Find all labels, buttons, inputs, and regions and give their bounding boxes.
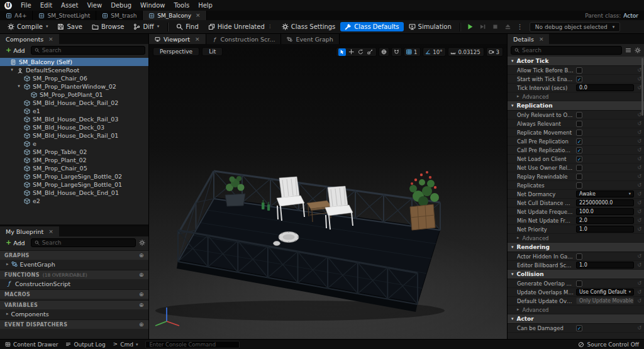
reset-to-default-icon[interactable]: ↺ xyxy=(635,113,641,118)
surface-snap-icon[interactable] xyxy=(394,49,399,55)
diff-button[interactable]: Diff▾ xyxy=(129,22,164,31)
checkbox[interactable]: ✓ xyxy=(576,156,582,162)
component-row-sm-prop-chair-05[interactable]: SM_Prop_Chair_05 xyxy=(0,164,148,172)
play-button[interactable] xyxy=(464,22,476,31)
my-blueprint-search-input[interactable] xyxy=(42,240,132,246)
reset-to-default-icon[interactable]: ↺ xyxy=(635,201,641,206)
component-row-sm-bld-house-deck-rail-01[interactable]: SM_Bld_House_Deck_Rail_01 xyxy=(0,131,148,140)
browse-button[interactable]: Browse xyxy=(87,22,128,31)
view-options-icon[interactable] xyxy=(625,47,631,53)
class-defaults-button[interactable]: Class Defaults xyxy=(340,22,403,31)
asset-tab-a4[interactable]: A4+ xyxy=(0,11,33,20)
play-options-button[interactable]: ⋮ xyxy=(514,23,526,31)
reset-to-default-icon[interactable]: ↺ xyxy=(635,174,641,179)
section-macros[interactable]: MACROS⊕ xyxy=(0,289,148,299)
tab-components[interactable]: Components × xyxy=(0,34,59,44)
reset-to-default-icon[interactable]: ↺ xyxy=(635,263,641,268)
component-row-sm-balcony-self[interactable]: SM_Balcony (Self) xyxy=(0,58,148,66)
component-row-sm-prop-largesign-bottle-01[interactable]: SM_Prop_LargeSign_Bottle_01 xyxy=(0,180,148,189)
menu-view[interactable]: View xyxy=(82,0,106,11)
checkbox[interactable] xyxy=(576,174,582,180)
output-log-button[interactable]: Output Log xyxy=(65,341,105,348)
checkbox[interactable]: ✓ xyxy=(576,147,582,153)
advanced-expander[interactable]: ▸Advanced xyxy=(508,234,644,243)
dropdown[interactable]: Use Config Default▾ xyxy=(576,289,634,296)
details-section-replication[interactable]: ▾Replication xyxy=(508,101,644,111)
scale-snap-value[interactable]: 0.03125 xyxy=(458,49,481,55)
reset-to-default-icon[interactable]: ↺ xyxy=(635,139,641,144)
reset-to-default-icon[interactable]: ↺ xyxy=(635,68,641,73)
dropdown[interactable]: Only Update Movable▾ xyxy=(576,297,634,304)
world-space-icon[interactable] xyxy=(381,49,387,55)
section-functions[interactable]: FUNCTIONS(18 OVERRIDABLE)⊕ xyxy=(0,270,148,279)
reset-to-default-icon[interactable]: ↺ xyxy=(635,227,641,232)
value-field[interactable]: 225000000.0 xyxy=(576,199,634,206)
details-search-input[interactable] xyxy=(522,47,618,53)
parent-class-value[interactable]: Actor xyxy=(623,13,638,19)
reset-to-default-icon[interactable]: ↺ xyxy=(635,192,641,197)
view-mode-button[interactable]: Lit xyxy=(202,47,223,56)
tab-construction-scr[interactable]: ƒConstruction Scr... xyxy=(206,34,282,44)
component-row-sm-prop-table-02[interactable]: SM_Prop_Table_02 xyxy=(0,148,148,156)
menu-window[interactable]: Window xyxy=(136,0,169,11)
scale-snap-icon[interactable] xyxy=(450,49,456,55)
reset-to-default-icon[interactable]: ↺ xyxy=(635,121,641,126)
debug-object-select[interactable]: No debug object selected ▾ xyxy=(530,22,620,32)
add-component-button[interactable]: + Add xyxy=(3,47,28,55)
eject-button[interactable] xyxy=(502,22,514,31)
select-tool-icon[interactable] xyxy=(338,48,346,56)
camera-mode-button[interactable]: Perspective xyxy=(153,47,199,56)
stop-button[interactable] xyxy=(489,22,501,31)
advanced-expander[interactable]: ▸Advanced xyxy=(508,306,644,314)
camera-speed-group[interactable]: 3 xyxy=(486,47,503,57)
value-field[interactable]: 2.0 xyxy=(576,217,634,224)
reset-to-default-icon[interactable]: ↺ xyxy=(635,290,641,295)
frame-skip-button[interactable] xyxy=(477,22,489,31)
advanced-expander[interactable]: ▸Advanced xyxy=(508,92,644,101)
checkbox[interactable]: ✓ xyxy=(576,325,582,331)
reset-to-default-icon[interactable]: ↺ xyxy=(635,326,641,331)
content-drawer-button[interactable]: Content Drawer xyxy=(5,341,58,348)
value-field[interactable]: 1.0 xyxy=(576,226,634,233)
compile-button[interactable]: Compile▾ xyxy=(3,22,52,31)
component-row-sm-prop-potplant-01[interactable]: SM_Prop_PotPlant_01 xyxy=(0,91,148,99)
add-variables-icon[interactable]: ⊕ xyxy=(139,302,144,308)
find-button[interactable]: Find xyxy=(172,22,203,31)
camera-speed-icon[interactable] xyxy=(489,49,494,55)
details-scrollbar[interactable] xyxy=(641,58,643,116)
section-variables[interactable]: VARIABLES⊕ xyxy=(0,300,148,309)
grid-snap-group[interactable]: 1 xyxy=(404,47,421,57)
tree-expand-icon[interactable]: ▾ xyxy=(9,68,14,72)
close-icon[interactable]: × xyxy=(48,36,53,42)
checkbox[interactable] xyxy=(576,67,582,74)
reset-to-default-icon[interactable]: ↺ xyxy=(635,209,641,214)
reset-to-default-icon[interactable]: ↺ xyxy=(635,157,641,162)
checkbox[interactable] xyxy=(576,121,582,127)
tree-expand-icon[interactable]: ▾ xyxy=(16,84,21,89)
close-icon[interactable]: × xyxy=(196,13,201,18)
checkbox[interactable] xyxy=(576,130,582,136)
move-tool-icon[interactable] xyxy=(348,48,355,56)
mybp-item-eventgraph[interactable]: ▸EventGraph xyxy=(0,260,148,269)
components-search-box[interactable] xyxy=(31,46,145,55)
value-field[interactable]: 0.0 xyxy=(576,84,634,91)
cmd-dropdown[interactable]: > Cmd ▾ xyxy=(113,341,138,348)
reset-to-default-icon[interactable]: ↺ xyxy=(635,254,641,259)
component-row-defaultsceneroot[interactable]: ▾DefaultSceneRoot xyxy=(0,66,148,74)
menu-file[interactable]: File xyxy=(16,0,36,11)
dropdown[interactable]: Awake▾ xyxy=(576,191,634,197)
component-row-sm-bld-house-deck-rail-03[interactable]: SM_Bld_House_Deck_Rail_03 xyxy=(0,115,148,123)
class-settings-button[interactable]: Class Settings xyxy=(277,22,340,31)
close-icon[interactable]: × xyxy=(195,36,200,42)
component-row-sm-bld-house-deck-03[interactable]: SM_Bld_House_Deck_03 xyxy=(0,123,148,131)
unreal-logo-icon[interactable]: U xyxy=(4,2,12,9)
checkbox[interactable]: ✓ xyxy=(576,76,582,82)
checkbox[interactable] xyxy=(576,165,582,171)
value-field[interactable]: 100.0 xyxy=(576,208,634,215)
blueprint-settings-gear-icon[interactable] xyxy=(139,240,145,246)
rotation-snap-icon[interactable] xyxy=(425,49,431,55)
reset-to-default-icon[interactable]: ↺ xyxy=(635,130,641,135)
scale-tool-icon[interactable] xyxy=(367,48,374,56)
component-row-sm-prop-planterwindow-02[interactable]: ▾SM_Prop_PlanterWindow_02 xyxy=(0,82,148,91)
hide-unrelated-button[interactable]: Hide Unrelated⋮ xyxy=(204,22,277,31)
